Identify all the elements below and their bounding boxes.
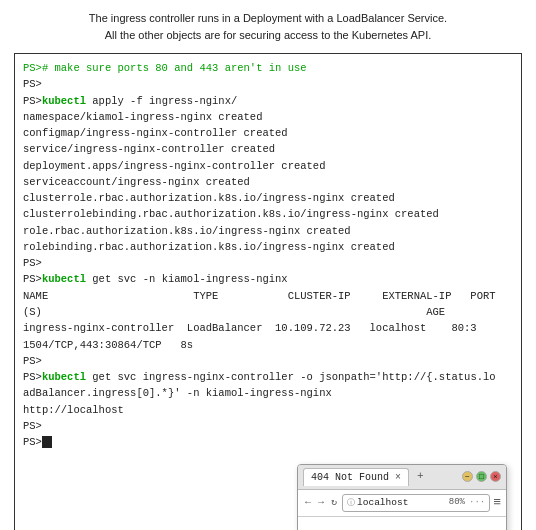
tab-label: 404 Not Found [311,470,389,486]
top-note-line2: All the other objects are for securing a… [105,29,432,41]
refresh-button[interactable]: ↻ [329,495,339,511]
terminal-line-getsvc: PS>kubectl get svc -n kiamol-ingress-ngi… [23,271,513,287]
terminal-comment-text: PS># make sure ports 80 and 443 aren't i… [23,62,307,74]
terminal-output-apply: namespace/kiamol-ingress-nginx created c… [23,109,513,255]
terminal-output-jsonpath: adBalancer.ingress[0].*}' -n kiamol-ingr… [23,385,513,401]
back-button[interactable]: ← [303,495,313,511]
address-text: localhost [357,496,408,511]
address-bar[interactable]: ⓘ localhost 80% ··· [342,494,490,513]
zoom-level: 80% [449,496,465,510]
browser-menu-button[interactable]: ≡ [493,493,501,513]
browser-content: 404 Not Found nginx/1.19.0 [298,517,506,530]
zoom-dots: ··· [469,496,485,510]
minimize-button[interactable]: − [462,471,473,482]
window-controls: − □ × [462,471,501,482]
forward-button[interactable]: → [316,495,326,511]
terminal: PS># make sure ports 80 and 443 aren't i… [14,53,522,530]
terminal-line-comment: PS># make sure ports 80 and 443 aren't i… [23,60,513,76]
browser-window: 404 Not Found × + − □ × ← → ↻ ⓘ localhos… [297,464,507,530]
close-button[interactable]: × [490,471,501,482]
top-note: The ingress controller runs in a Deploym… [14,10,522,43]
browser-titlebar: 404 Not Found × + − □ × [298,465,506,491]
terminal-line-ps4: PS> [23,418,513,434]
lock-icon: ⓘ [347,497,355,509]
terminal-line-apply: PS>kubectl apply -f ingress-nginx/ [23,93,513,109]
new-tab-button[interactable]: + [413,468,428,485]
top-note-line1: The ingress controller runs in a Deploym… [89,12,447,24]
maximize-button[interactable]: □ [476,471,487,482]
terminal-line-ps1: PS> [23,76,513,92]
terminal-output-getsvc: NAME TYPE CLUSTER-IP EXTERNAL-IP PORT (S… [23,288,513,353]
terminal-line-localhost: http://localhost [23,402,513,418]
terminal-line-ps3: PS> [23,353,513,369]
terminal-line-jsonpath: PS>kubectl get svc ingress-nginx-control… [23,369,513,385]
browser-tab[interactable]: 404 Not Found × [303,468,409,487]
tab-close-icon[interactable]: × [395,470,401,486]
cursor [42,436,52,448]
terminal-line-ps2: PS> [23,255,513,271]
browser-addressbar: ← → ↻ ⓘ localhost 80% ··· ≡ [298,490,506,517]
